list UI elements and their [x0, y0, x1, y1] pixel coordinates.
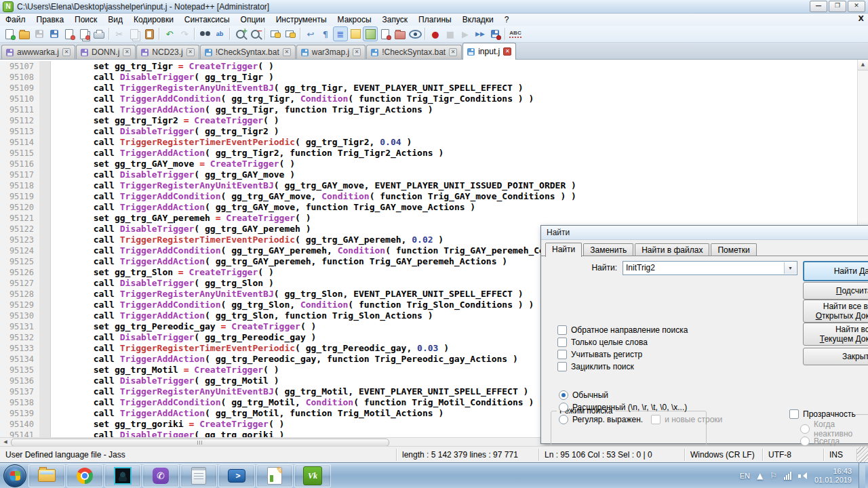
checkbox-icon[interactable] [557, 350, 567, 359]
menu-item-инструменты[interactable]: Инструменты [271, 14, 332, 25]
menu-item-поиск[interactable]: Поиск [69, 14, 102, 25]
code-line[interactable]: 95112 set gg_trg_Tigr2 = CreateTrigger( … [0, 115, 868, 126]
transparency-checkbox[interactable]: Прозрачность [789, 409, 856, 419]
chrome-button[interactable] [66, 464, 103, 487]
search-mode-2[interactable]: Расширенный (\n, \r, \t, \0, \x...) [559, 403, 687, 412]
copy-icon[interactable] [127, 26, 142, 41]
code-line[interactable]: 95117 call DisableTrigger( gg_trg_GAY_mo… [0, 169, 868, 180]
code-line[interactable]: 95110 call TriggerAddCondition( gg_trg_T… [0, 94, 868, 104]
tab-!CheckSyntax.bat[interactable]: !CheckSyntax.bat✕ [366, 45, 462, 59]
find-input[interactable]: InitTrig2 ▼ [623, 261, 797, 275]
code-line[interactable]: 95118 call TriggerRegisterAnyUnitEventBJ… [0, 180, 868, 191]
language-indicator[interactable]: EN [740, 472, 750, 480]
option-3[interactable]: Учитывать регистр [557, 350, 642, 359]
open-file-icon[interactable] [17, 26, 32, 41]
menu-item-плагины[interactable]: Плагины [413, 14, 457, 25]
scroll-up-arrow-icon[interactable]: ▲ [858, 60, 868, 70]
close-icon[interactable] [62, 26, 77, 41]
zoom-in-icon[interactable]: + [233, 26, 248, 41]
action-center-flag-icon[interactable]: ⚐ [770, 471, 777, 481]
code-line[interactable]: 95115 call TriggerAddAction( gg_trg_Tigr… [0, 148, 868, 159]
checkbox-icon[interactable] [789, 409, 799, 419]
menu-item-опции[interactable]: Опции [235, 14, 271, 25]
menu-item-макросы[interactable]: Макросы [332, 14, 377, 25]
code-line[interactable]: 95116 set gg_trg_GAY_move = CreateTrigge… [0, 159, 868, 169]
find-all-current-button[interactable]: Найти все вТекущем Документе [803, 323, 868, 346]
tab-close-icon[interactable]: ✕ [123, 48, 131, 56]
hidden-icons-arrow-icon[interactable]: ▲ [757, 471, 763, 481]
sync-vertical-icon[interactable] [268, 26, 283, 41]
save-all-icon[interactable] [47, 26, 62, 41]
macro-record-icon[interactable]: ● [428, 26, 443, 41]
close-button[interactable]: Закрыть [803, 348, 868, 365]
sync-horizontal-icon[interactable] [283, 26, 298, 41]
document-map-icon[interactable] [363, 26, 378, 41]
find-next-button[interactable]: Найти Далее [803, 261, 868, 281]
close-button[interactable]: ✕ [848, 1, 865, 12]
paste-icon[interactable] [142, 26, 157, 41]
code-line[interactable]: 95113 call DisableTrigger( gg_trg_Tigr2 … [0, 126, 868, 137]
count-button[interactable]: Подсчитать [803, 282, 868, 300]
menu-close-x[interactable]: X [859, 14, 864, 23]
explorer-button[interactable] [28, 464, 65, 487]
menu-item-вид[interactable]: Вид [102, 14, 128, 25]
notepad-plus-button[interactable]: ✎ [256, 464, 293, 487]
code-line[interactable]: 95121 set gg_trg_GAY_peremeh = CreateTri… [0, 213, 868, 224]
code-line[interactable]: 95107 set gg_trg_Tigr = CreateTrigger( ) [0, 61, 868, 72]
tab-!CheckSyntax.bat[interactable]: !CheckSyntax.bat✕ [200, 45, 296, 59]
radio-icon[interactable] [559, 390, 568, 400]
code-line[interactable]: 95119 call TriggerAddCondition( gg_trg_G… [0, 191, 868, 202]
menu-item-правка[interactable]: Правка [31, 14, 70, 25]
close-all-icon[interactable] [77, 26, 92, 41]
tab-NCD23.j[interactable]: NCD23.j✕ [136, 45, 199, 59]
find-all-open-button[interactable]: Найти все во ВсехОткрытых Документах [803, 300, 868, 323]
tab-input.j[interactable]: input.j✕ [462, 43, 516, 60]
powershell-button[interactable]: > [218, 464, 255, 487]
combo-dropdown-icon[interactable]: ▼ [784, 262, 796, 274]
tray-clock[interactable]: 16:43 01.01.2019 [814, 467, 852, 485]
show-all-chars-icon[interactable]: ¶ [318, 26, 333, 41]
word-wrap-icon[interactable]: ↩ [303, 26, 318, 41]
spell-check-icon[interactable]: ABC [508, 26, 523, 41]
menu-item-синтаксисы[interactable]: Синтаксисы [179, 14, 235, 25]
code-line[interactable]: 95120 call TriggerAddAction( gg_trg_GAY_… [0, 202, 868, 213]
option-4[interactable]: Зациклить поиск [557, 362, 634, 371]
viber-button[interactable]: ✆ [142, 464, 179, 487]
radio-icon[interactable] [559, 403, 568, 412]
macro-play-icon[interactable]: ▶ [458, 26, 473, 41]
maximize-button[interactable]: ❐ [829, 1, 846, 12]
network-signal-icon[interactable] [784, 472, 791, 480]
zoom-out-icon[interactable]: − [248, 26, 262, 41]
indent-guide-icon[interactable]: ≣ [333, 26, 348, 41]
menu-item-?[interactable]: ? [499, 14, 515, 25]
checkbox-icon[interactable] [557, 362, 567, 371]
option-1[interactable]: Обратное направление поиска [557, 325, 688, 335]
menu-item-кодировки[interactable]: Кодировки [128, 14, 179, 25]
search-mode-3[interactable]: Регуляр. выражен.и новые строки [559, 415, 722, 424]
dialog-tab-Найти[interactable]: Найти [545, 243, 582, 257]
tab-close-icon[interactable]: ✕ [283, 48, 291, 56]
tab-close-icon[interactable]: ✕ [449, 48, 457, 56]
save-icon[interactable] [32, 26, 47, 41]
macro-stop-icon[interactable]: ■ [443, 26, 458, 41]
tab-close-icon[interactable]: ✕ [62, 48, 71, 56]
tab-close-icon[interactable]: ✕ [186, 48, 195, 56]
find-icon[interactable] [197, 26, 212, 41]
view-eye-icon[interactable] [408, 26, 422, 41]
start-button[interactable] [2, 463, 28, 488]
dialog-tab-Найти в файлах[interactable]: Найти в файлах [635, 243, 709, 256]
code-line[interactable]: 95109 call TriggerRegisterAnyUnitEventBJ… [0, 83, 868, 94]
code-line[interactable]: 95108 call DisableTrigger( gg_trg_Tigr ) [0, 72, 868, 83]
scroll-left-arrow-icon[interactable]: ◀ [1, 439, 10, 446]
replace-icon[interactable]: ab [212, 26, 227, 41]
document-list-icon[interactable] [378, 26, 393, 41]
redo-icon[interactable]: ↷ [177, 26, 192, 41]
volume-icon[interactable] [798, 472, 808, 480]
minimize-button[interactable]: — [810, 1, 827, 12]
tab-close-icon[interactable]: ✕ [503, 47, 511, 56]
undo-icon[interactable]: ↶ [162, 26, 177, 41]
warcraft-button[interactable] [104, 464, 141, 487]
option-2[interactable]: Только целые слова [557, 338, 648, 347]
green-app-button[interactable]: Vk [294, 464, 331, 487]
notepad-button[interactable] [180, 464, 217, 487]
